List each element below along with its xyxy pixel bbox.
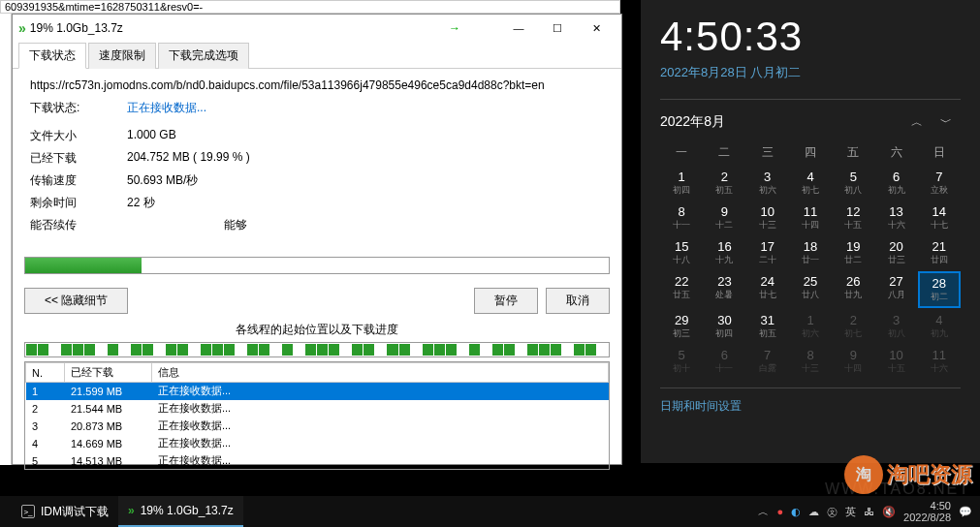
weekday-header: 五: [832, 140, 874, 165]
tray-app-icon[interactable]: ●: [776, 506, 783, 517]
clock-date[interactable]: 2022年8月28日 八月初二: [660, 64, 961, 81]
tray-ime-icon[interactable]: 英: [845, 505, 856, 519]
calendar-day[interactable]: 9十二: [703, 202, 745, 234]
minimize-button[interactable]: —: [499, 18, 538, 38]
taskbar-item-terminal[interactable]: >_ IDM调试下载: [12, 496, 118, 527]
hide-details-button[interactable]: << 隐藏细节: [24, 288, 128, 314]
calendar-day[interactable]: 6十一: [703, 345, 745, 378]
calendar-next-button[interactable]: ﹀: [932, 114, 961, 131]
clock-time: 4:50:33: [660, 14, 961, 60]
taskbar-item-idm[interactable]: » 19% 1.0Gb_13.7z: [118, 496, 243, 527]
tray-volume-icon[interactable]: 🔇: [882, 506, 896, 518]
calendar-day[interactable]: 27八月: [874, 271, 917, 308]
calendar-grid: 一二三四五六日1初四2初五3初六4初七5初八6初九7立秋8十一9十二10十三11…: [660, 140, 961, 378]
calendar-day[interactable]: 4初九: [918, 310, 961, 343]
tray-clock[interactable]: 4:50 2022/8/28: [903, 500, 951, 523]
calendar-day[interactable]: 13十六: [874, 202, 917, 234]
calendar-day[interactable]: 6初九: [874, 167, 917, 200]
calendar-day[interactable]: 11十六: [918, 345, 961, 378]
calendar-day[interactable]: 22廿五: [660, 271, 703, 308]
calendar-day[interactable]: 2初七: [832, 310, 874, 343]
terminal-icon: >_: [21, 505, 35, 518]
taskbar-item-label: IDM调试下载: [41, 504, 109, 520]
maximize-button[interactable]: ☐: [538, 18, 577, 38]
calendar-day[interactable]: 20廿三: [874, 236, 917, 269]
col-downloaded[interactable]: 已经下载: [65, 363, 152, 383]
tray-date-text: 2022/8/28: [903, 512, 951, 523]
table-row[interactable]: 414.669 MB正在接收数据...: [26, 435, 609, 452]
calendar-day[interactable]: 16十九: [703, 236, 745, 269]
background-window-sliver: [0, 14, 12, 465]
calendar-day[interactable]: 28初二: [918, 271, 961, 308]
col-info[interactable]: 信息: [152, 363, 609, 383]
pause-button[interactable]: 暂停: [474, 288, 538, 314]
label-speed: 传输速度: [30, 172, 127, 189]
calendar-day[interactable]: 24廿七: [746, 271, 789, 308]
calendar-flyout: 4:50:33 2022年8月28日 八月初二 2022年8月 ︿ ﹀ 一二三四…: [641, 0, 980, 463]
calendar-day[interactable]: 26廿九: [832, 271, 874, 308]
tray-app-icon[interactable]: ◐: [791, 506, 801, 518]
calendar-day[interactable]: 1初四: [660, 167, 703, 200]
calendar-month-label[interactable]: 2022年8月: [660, 113, 902, 131]
tray-chevron-icon[interactable]: ︿: [758, 505, 769, 519]
tray-app-icon[interactable]: ☁: [808, 506, 819, 518]
table-row[interactable]: 320.873 MB正在接收数据...: [26, 418, 609, 435]
download-url: https://rc573n.jomodns.com/b/nd0.baidupc…: [30, 78, 604, 92]
calendar-day[interactable]: 7立秋: [918, 167, 961, 200]
calendar-day[interactable]: 8十三: [789, 345, 832, 378]
calendar-day[interactable]: 23处暑: [703, 271, 745, 308]
weekday-header: 二: [703, 140, 745, 165]
tab-speed-limit[interactable]: 速度限制: [88, 43, 156, 69]
tray-network-icon[interactable]: 🖧: [864, 506, 874, 517]
calendar-day[interactable]: 2初五: [703, 167, 745, 200]
idm-download-dialog: » 19% 1.0Gb_13.7z → — ☐ ✕ 下载状态 速度限制 下载完成…: [12, 14, 622, 465]
tab-download-status[interactable]: 下载状态: [18, 43, 86, 69]
window-title: 19% 1.0Gb_13.7z: [30, 21, 449, 35]
calendar-day[interactable]: 5初十: [660, 345, 703, 378]
calendar-day[interactable]: 19廿二: [832, 236, 874, 269]
calendar-day[interactable]: 1初六: [789, 310, 832, 343]
tray-notifications-icon[interactable]: 💬: [959, 506, 972, 518]
calendar-day[interactable]: 5初八: [832, 167, 874, 200]
table-row[interactable]: 221.544 MB正在接收数据...: [26, 400, 609, 418]
label-status: 下载状态:: [30, 100, 127, 116]
calendar-day[interactable]: 17二十: [746, 236, 789, 269]
calendar-day[interactable]: 29初三: [660, 310, 703, 343]
calendar-day[interactable]: 31初五: [746, 310, 789, 343]
tray-time: 4:50: [903, 500, 951, 512]
calendar-day[interactable]: 10十五: [874, 345, 917, 378]
calendar-day[interactable]: 15十八: [660, 236, 703, 269]
calendar-day[interactable]: 21廿四: [918, 236, 961, 269]
close-button[interactable]: ✕: [577, 18, 616, 38]
progress-bar: [24, 257, 610, 274]
cancel-button[interactable]: 取消: [546, 288, 610, 314]
date-time-settings-link[interactable]: 日期和时间设置: [660, 388, 961, 415]
calendar-day[interactable]: 18廿一: [789, 236, 832, 269]
titlebar[interactable]: » 19% 1.0Gb_13.7z → — ☐ ✕: [13, 15, 621, 42]
calendar-day[interactable]: 7白露: [746, 345, 789, 378]
calendar-day[interactable]: 3初六: [746, 167, 789, 200]
taskbar-item-label: 19% 1.0Gb_13.7z: [141, 504, 234, 517]
calendar-day[interactable]: 14十七: [918, 202, 961, 234]
calendar-day[interactable]: 30初四: [703, 310, 745, 343]
tab-complete-options[interactable]: 下载完成选项: [158, 43, 249, 69]
calendar-prev-button[interactable]: ︿: [902, 114, 932, 131]
table-row[interactable]: 514.513 MB正在接收数据...: [26, 452, 609, 470]
table-row[interactable]: 121.599 MB正在接收数据...: [26, 383, 609, 400]
calendar-day[interactable]: 25廿八: [789, 271, 832, 308]
tray-input-icon[interactable]: ㉆: [827, 505, 838, 519]
calendar-day[interactable]: 12十五: [832, 202, 874, 234]
label-remaining: 剩余时间: [30, 195, 127, 211]
progress-fill: [25, 258, 142, 273]
calendar-day[interactable]: 3初八: [874, 310, 917, 343]
calendar-day[interactable]: 9十四: [832, 345, 874, 378]
col-n[interactable]: N.: [26, 363, 65, 383]
calendar-day[interactable]: 11十四: [789, 202, 832, 234]
threads-caption: 各线程的起始位置以及下载进度: [13, 320, 621, 340]
calendar-day[interactable]: 8十一: [660, 202, 703, 234]
weekday-header: 六: [874, 140, 917, 165]
calendar-day[interactable]: 4初七: [789, 167, 832, 200]
idm-taskbar-icon: »: [128, 504, 135, 517]
calendar-day[interactable]: 10十三: [746, 202, 789, 234]
threads-table: N. 已经下载 信息 121.599 MB正在接收数据...221.544 MB…: [24, 361, 610, 470]
